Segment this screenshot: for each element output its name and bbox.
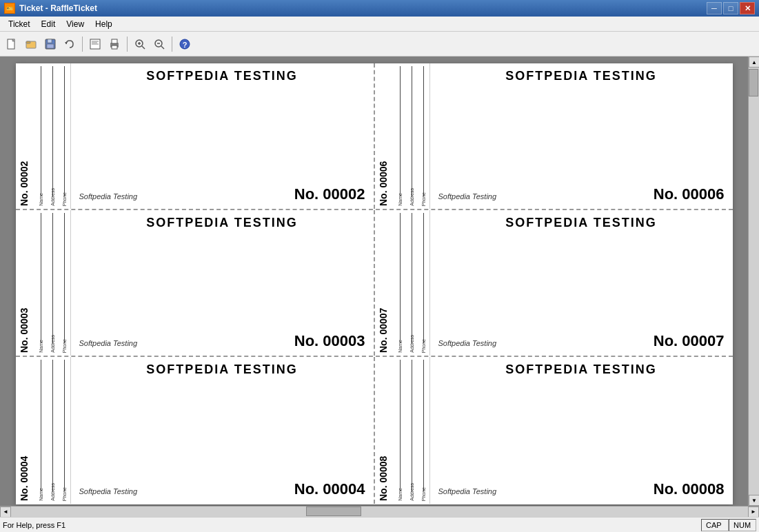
ticket-row-2: No. 00004 Name Address Phone SOFTPEDIA T… <box>16 357 733 504</box>
ticket-stub-0-1: No. 00006 Name Address <box>375 63 430 209</box>
app-icon: 🎫 <box>4 3 15 14</box>
minimize-button[interactable]: ─ <box>707 2 722 14</box>
help-button[interactable]: ? <box>176 35 194 53</box>
scroll-track-horizontal[interactable] <box>11 507 748 517</box>
toolbar-sep-1 <box>82 37 83 52</box>
svg-rect-2 <box>26 41 30 43</box>
ticket-footer-1-1: Softpedia Testing No. 00007 <box>438 327 725 350</box>
ticket-stub-2-1: No. 00008 Name Address Phone <box>375 357 430 504</box>
ticket-footer-1-0: Softpedia Testing No. 00003 <box>79 327 365 350</box>
ticket-title-1-1: SOFTPEDIA TESTING <box>438 216 725 230</box>
stub-number-0-1: No. 00006 <box>375 63 392 209</box>
status-bar: For Help, press F1 CAP NUM <box>0 517 759 532</box>
new-button[interactable] <box>3 35 21 53</box>
line-address-0-0: Address <box>49 66 57 206</box>
ticket-row-1: No. 00003 Name Address Phone SOFTPEDIA T… <box>16 210 733 357</box>
ticket-footer-0-1: Softpedia Testing No. 00006 <box>438 180 725 203</box>
ticket-sheet: No. 00002 Name Address <box>16 63 733 504</box>
toolbar-sep-2 <box>127 37 128 52</box>
close-button[interactable]: ✕ <box>740 2 755 14</box>
title-bar: 🎫 Ticket - RaffleTicket ─ □ ✕ <box>0 0 759 17</box>
stub-number-2-1: No. 00008 <box>375 357 392 504</box>
ticket-org-1-0: Softpedia Testing <box>79 339 138 347</box>
ticket-stub-2-0: No. 00004 Name Address Phone <box>16 357 71 504</box>
ticket-body-0-1: SOFTPEDIA TESTING Softpedia Testing No. … <box>430 63 733 209</box>
svg-rect-5 <box>47 44 54 48</box>
stub-lines-2-0: Name Address Phone <box>32 357 70 504</box>
stub-lines-1-1: Name Address Phone <box>392 210 429 356</box>
window-title: Ticket - RaffleTicket <box>19 3 707 13</box>
scroll-thumb-vertical[interactable] <box>749 69 758 96</box>
vertical-scrollbar[interactable]: ▲ ▼ <box>748 57 759 506</box>
horizontal-scrollbar[interactable]: ◄ ► <box>0 506 759 517</box>
undo-button[interactable] <box>61 35 79 53</box>
ticket-body-1-0: SOFTPEDIA TESTING Softpedia Testing No. … <box>71 210 374 356</box>
stub-lines-1-0: Name Address Phone <box>32 210 70 356</box>
menu-ticket[interactable]: Ticket <box>3 18 36 30</box>
scroll-right-button[interactable]: ► <box>748 507 759 518</box>
ticket-number-0-0: No. 00002 <box>294 185 365 203</box>
ticket-title-2-0: SOFTPEDIA TESTING <box>79 362 365 377</box>
toolbar: ? <box>0 32 759 57</box>
ticket-org-2-0: Softpedia Testing <box>79 487 138 495</box>
ticket-org-0-0: Softpedia Testing <box>79 192 138 201</box>
line-address-0-1: Address <box>408 66 416 206</box>
stub-lines-0-0: Name Address Phone <box>32 63 70 209</box>
ticket-number-0-1: No. 00006 <box>654 185 725 203</box>
menu-view[interactable]: View <box>61 18 90 30</box>
svg-rect-4 <box>48 39 52 43</box>
svg-marker-6 <box>65 42 68 44</box>
num-indicator: NUM <box>729 519 756 531</box>
scroll-thumb-horizontal[interactable] <box>306 507 361 516</box>
maximize-button[interactable]: □ <box>723 2 738 14</box>
ticket-cell-1-0: No. 00003 Name Address Phone SOFTPEDIA T… <box>16 210 375 356</box>
scroll-up-button[interactable]: ▲ <box>749 57 759 68</box>
zoom-in-button[interactable] <box>131 35 149 53</box>
ticket-title-1-0: SOFTPEDIA TESTING <box>79 216 365 230</box>
canvas-area[interactable]: No. 00002 Name Address <box>0 57 748 506</box>
ticket-number-1-1: No. 00007 <box>654 332 725 350</box>
print-button[interactable] <box>105 35 123 53</box>
save-button[interactable] <box>41 35 59 53</box>
ticket-stub-0-0: No. 00002 Name Address <box>16 63 71 209</box>
line-phone-0-1: Phone <box>420 66 428 206</box>
line-name-0-0: Name <box>37 66 45 206</box>
ticket-number-1-0: No. 00003 <box>294 332 365 350</box>
ticket-number-2-1: No. 00008 <box>654 480 725 498</box>
ticket-body-1-1: SOFTPEDIA TESTING Softpedia Testing No. … <box>430 210 733 356</box>
menu-help[interactable]: Help <box>90 18 118 30</box>
cap-indicator: CAP <box>701 519 729 531</box>
ticket-cell-0-0: No. 00002 Name Address <box>16 63 375 209</box>
stub-lines-2-1: Name Address Phone <box>392 357 429 504</box>
line-phone-0-0: Phone <box>61 66 69 206</box>
zoom-out-button[interactable] <box>150 35 168 53</box>
main-content: No. 00002 Name Address <box>0 57 759 506</box>
menu-edit[interactable]: Edit <box>36 18 61 30</box>
svg-rect-12 <box>112 39 117 43</box>
line-name-0-1: Name <box>396 66 405 206</box>
svg-rect-13 <box>112 45 117 49</box>
ticket-stub-1-0: No. 00003 Name Address Phone <box>16 210 71 356</box>
menu-bar: Ticket Edit View Help <box>0 17 759 32</box>
ticket-title-0-0: SOFTPEDIA TESTING <box>79 69 365 83</box>
ticket-org-1-1: Softpedia Testing <box>438 339 497 347</box>
svg-text:?: ? <box>183 41 188 49</box>
ticket-footer-2-1: Softpedia Testing No. 00008 <box>438 475 725 498</box>
toolbar-sep-3 <box>172 37 172 52</box>
window-controls: ─ □ ✕ <box>707 2 755 14</box>
scroll-left-button[interactable]: ◄ <box>0 507 11 518</box>
ticket-title-2-1: SOFTPEDIA TESTING <box>438 362 725 377</box>
ticket-footer-2-0: Softpedia Testing No. 00004 <box>79 475 365 498</box>
scroll-down-button[interactable]: ▼ <box>749 495 759 506</box>
ticket-row-0: No. 00002 Name Address <box>16 63 733 210</box>
scroll-track-vertical[interactable] <box>749 68 759 495</box>
ticket-org-2-1: Softpedia Testing <box>438 487 497 495</box>
preview-button[interactable] <box>86 35 104 53</box>
open-button[interactable] <box>22 35 40 53</box>
ticket-body-2-0: SOFTPEDIA TESTING Softpedia Testing No. … <box>71 357 374 504</box>
stub-number-1-0: No. 00003 <box>16 210 32 356</box>
ticket-footer-0-0: Softpedia Testing No. 00002 <box>79 180 365 203</box>
ticket-cell-2-0: No. 00004 Name Address Phone SOFTPEDIA T… <box>16 357 375 504</box>
status-indicators: CAP NUM <box>701 519 756 531</box>
svg-line-19 <box>161 46 164 49</box>
